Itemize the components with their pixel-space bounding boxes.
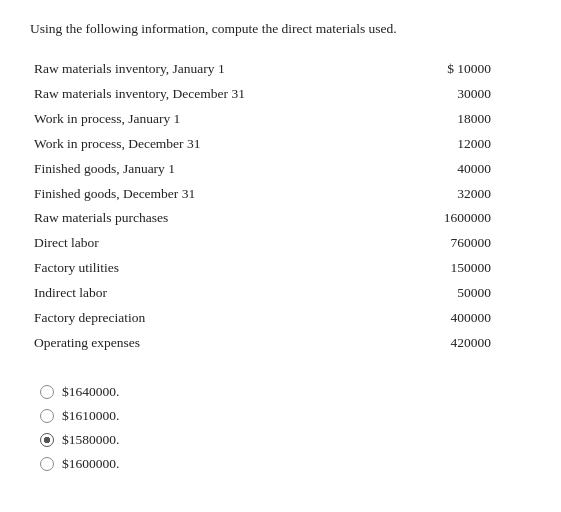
option-item[interactable]: $1600000. [40, 456, 531, 472]
table-row: Factory utilities150000 [30, 256, 531, 281]
row-value: $ 10000 [306, 57, 531, 82]
option-label: $1600000. [62, 456, 119, 472]
row-value: 400000 [306, 306, 531, 331]
row-label: Operating expenses [30, 331, 306, 356]
options-section: $1640000.$1610000.$1580000.$1600000. [30, 384, 531, 472]
option-label: $1580000. [62, 432, 119, 448]
table-row: Factory depreciation400000 [30, 306, 531, 331]
row-value: 30000 [306, 82, 531, 107]
row-value: 420000 [306, 331, 531, 356]
table-row: Finished goods, January 140000 [30, 157, 531, 182]
row-value: 50000 [306, 281, 531, 306]
option-label: $1610000. [62, 408, 119, 424]
row-label: Factory utilities [30, 256, 306, 281]
row-value: 18000 [306, 107, 531, 132]
row-label: Raw materials inventory, January 1 [30, 57, 306, 82]
option-item[interactable]: $1580000. [40, 432, 531, 448]
row-value: 760000 [306, 231, 531, 256]
option-item[interactable]: $1610000. [40, 408, 531, 424]
row-label: Indirect labor [30, 281, 306, 306]
table-row: Work in process, January 118000 [30, 107, 531, 132]
row-value: 40000 [306, 157, 531, 182]
radio-icon [40, 385, 54, 399]
table-row: Indirect labor50000 [30, 281, 531, 306]
row-label: Direct labor [30, 231, 306, 256]
row-label: Raw materials purchases [30, 206, 306, 231]
radio-icon [40, 433, 54, 447]
row-label: Finished goods, January 1 [30, 157, 306, 182]
table-row: Raw materials inventory, December 313000… [30, 82, 531, 107]
option-label: $1640000. [62, 384, 119, 400]
row-label: Work in process, December 31 [30, 132, 306, 157]
table-row: Raw materials purchases1600000 [30, 206, 531, 231]
table-row: Finished goods, December 3132000 [30, 182, 531, 207]
row-value: 1600000 [306, 206, 531, 231]
row-value: 32000 [306, 182, 531, 207]
row-label: Work in process, January 1 [30, 107, 306, 132]
radio-icon [40, 409, 54, 423]
row-value: 12000 [306, 132, 531, 157]
row-label: Raw materials inventory, December 31 [30, 82, 306, 107]
row-label: Finished goods, December 31 [30, 182, 306, 207]
table-row: Operating expenses420000 [30, 331, 531, 356]
row-value: 150000 [306, 256, 531, 281]
row-label: Factory depreciation [30, 306, 306, 331]
radio-icon [40, 457, 54, 471]
data-table: Raw materials inventory, January 1$ 1000… [30, 57, 531, 356]
table-row: Direct labor760000 [30, 231, 531, 256]
table-row: Work in process, December 3112000 [30, 132, 531, 157]
question-text: Using the following information, compute… [30, 20, 531, 39]
table-row: Raw materials inventory, January 1$ 1000… [30, 57, 531, 82]
option-item[interactable]: $1640000. [40, 384, 531, 400]
